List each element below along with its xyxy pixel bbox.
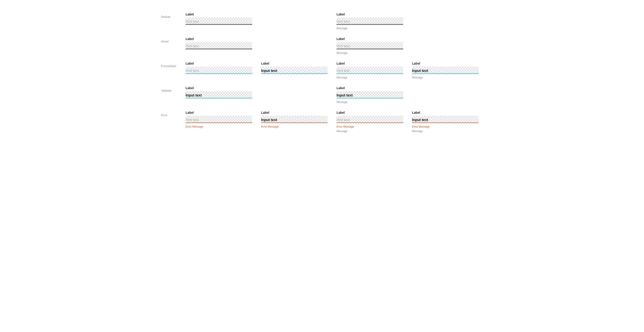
field-wrapper: Input text	[412, 116, 479, 124]
field-label: Label	[336, 111, 403, 114]
error-message: Error Message	[336, 125, 403, 128]
field-wrapper: Input text	[412, 67, 479, 75]
field-message: Message	[336, 100, 403, 104]
error-message: Error Message	[261, 125, 328, 128]
field-group-4-1: LabelInput textError Message	[257, 107, 332, 136]
field-wrapper: Hint text	[186, 17, 252, 25]
row-label-default: Default	[161, 9, 181, 33]
field-input[interactable]: Hint text	[336, 117, 403, 123]
field-label: Label	[412, 111, 479, 114]
field-group-0-1	[257, 9, 332, 33]
field-message: Message	[336, 76, 403, 79]
field-wrapper: Input text	[261, 116, 328, 124]
field-group-3-1	[257, 83, 332, 107]
field-label: Label	[336, 37, 403, 41]
field-group-0-3	[408, 9, 483, 33]
field-input[interactable]: Hint text	[336, 44, 403, 49]
field-group-2-1: LabelInput text	[257, 58, 332, 83]
field-message: Message	[336, 27, 403, 30]
field-input[interactable]: Hint text	[186, 19, 252, 24]
field-wrapper: Hint text	[336, 67, 403, 75]
field-group-1-3	[408, 33, 483, 58]
main-grid: DefaultLabelHint textLabelHint textMessa…	[161, 9, 483, 136]
field-message: Message	[336, 130, 403, 133]
row-label-focus-input: Focus/input	[161, 58, 181, 83]
field-group-2-2: LabelHint textMessage	[332, 58, 408, 83]
field-label: Label	[186, 12, 252, 16]
field-label: Label	[336, 62, 403, 65]
field-wrapper: Input text	[186, 91, 252, 99]
field-group-1-1	[257, 33, 332, 58]
field-input[interactable]: Input text	[261, 68, 328, 74]
field-label: Label	[412, 62, 479, 65]
field-group-1-2: LabelHint textMessage	[332, 33, 408, 58]
field-label: Label	[186, 111, 252, 114]
field-group-0-0: LabelHint text	[181, 9, 257, 33]
field-input[interactable]: Hint text	[186, 44, 252, 49]
row-label-hover: Hover	[161, 33, 181, 58]
error-message: Error Message	[412, 125, 479, 128]
field-wrapper: Hint text	[186, 42, 252, 50]
field-label: Label	[336, 12, 403, 16]
field-group-0-2: LabelHint textMessage	[332, 9, 408, 33]
field-input[interactable]: Input text	[336, 93, 403, 98]
field-input[interactable]: Hint text	[336, 19, 403, 24]
row-label-validate: Validate	[161, 83, 181, 107]
field-group-3-3	[408, 83, 483, 107]
field-label: Label	[186, 62, 252, 65]
field-wrapper: Hint text	[186, 116, 252, 124]
field-message: Message	[336, 51, 403, 54]
field-group-2-3: LabelInput textMessage	[408, 58, 483, 83]
field-label: Label	[186, 37, 252, 41]
field-input[interactable]: Input text	[412, 117, 479, 123]
field-group-3-2: LabelInput textMessage	[332, 83, 408, 107]
row-label-error: Error	[161, 107, 181, 136]
field-group-2-0: LabelHint text	[181, 58, 257, 83]
field-message: Message	[412, 76, 479, 79]
field-input[interactable]: Input text	[186, 93, 252, 98]
field-wrapper: Input text	[261, 67, 328, 75]
field-wrapper: Hint text	[336, 42, 403, 50]
field-group-1-0: LabelHint text	[181, 33, 257, 58]
field-input[interactable]: Hint text	[336, 68, 403, 74]
field-label: Label	[186, 86, 252, 90]
field-group-3-0: LabelInput text	[181, 83, 257, 107]
field-input[interactable]: Hint text	[186, 68, 252, 74]
field-wrapper: Hint text	[186, 67, 252, 75]
field-group-4-3: LabelInput textError MessageMessage	[408, 107, 483, 136]
field-label: Label	[261, 111, 328, 114]
field-wrapper: Hint text	[336, 116, 403, 124]
error-message: Error Message	[186, 125, 252, 128]
field-message: Message	[412, 130, 479, 133]
field-input[interactable]: Input text	[261, 117, 328, 123]
field-label: Label	[336, 86, 403, 90]
field-group-4-2: LabelHint textError MessageMessage	[332, 107, 408, 136]
field-wrapper: Input text	[336, 91, 403, 99]
field-input[interactable]: Input text	[412, 68, 479, 74]
field-input[interactable]: Hint text	[186, 117, 252, 123]
field-wrapper: Hint text	[336, 17, 403, 25]
field-group-4-0: LabelHint textError Message	[181, 107, 257, 136]
field-label: Label	[261, 62, 328, 65]
